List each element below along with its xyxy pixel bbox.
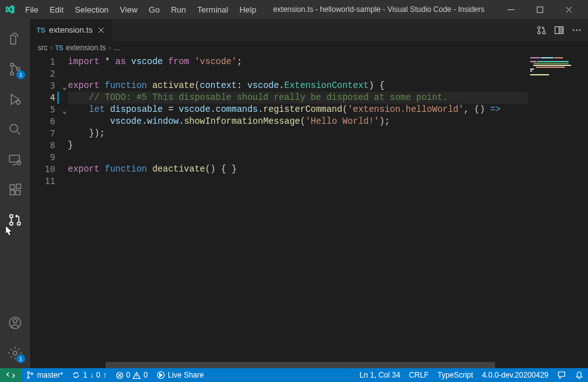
menu-help[interactable]: Help bbox=[234, 3, 261, 17]
menu-run[interactable]: Run bbox=[166, 3, 191, 17]
feedback-icon[interactable] bbox=[553, 368, 570, 382]
line-number: 11 bbox=[30, 175, 68, 187]
settings-gear-icon[interactable]: 1 bbox=[0, 338, 30, 368]
line-number: 4 bbox=[30, 92, 68, 104]
vscode-insiders-logo-icon bbox=[5, 4, 15, 14]
tab-label: extension.ts bbox=[49, 25, 92, 35]
scrollbar-thumb[interactable] bbox=[106, 362, 495, 368]
maximize-button[interactable] bbox=[525, 0, 554, 19]
svg-rect-11 bbox=[16, 190, 20, 195]
line-number: 6 bbox=[30, 116, 68, 128]
svg-point-2 bbox=[11, 63, 14, 67]
compare-changes-icon[interactable] bbox=[536, 25, 547, 35]
svg-rect-1 bbox=[537, 7, 543, 13]
status-bar: master* 1↓ 0↑ 0 0 Live Share Ln 1, Col 3… bbox=[0, 368, 588, 382]
svg-point-18 bbox=[13, 351, 17, 355]
remote-indicator[interactable] bbox=[0, 368, 21, 382]
run-debug-icon[interactable] bbox=[0, 84, 30, 114]
menu-go[interactable]: Go bbox=[144, 3, 165, 17]
svg-point-5 bbox=[16, 101, 20, 104]
code-line[interactable]: // TODO: #5 This disposable should reall… bbox=[68, 92, 528, 104]
chevron-right-icon: › bbox=[50, 43, 53, 52]
line-number: 3⌄ bbox=[30, 80, 68, 92]
typescript-version-status[interactable]: 4.0.0-dev.20200429 bbox=[477, 368, 553, 382]
search-icon[interactable] bbox=[0, 114, 30, 145]
menu-bar: FileEditSelectionViewGoRunTerminalHelp bbox=[20, 3, 261, 17]
svg-point-8 bbox=[17, 161, 21, 165]
line-number: 10 bbox=[30, 163, 68, 175]
svg-point-28 bbox=[28, 377, 30, 379]
live-share-status[interactable]: Live Share bbox=[152, 368, 208, 382]
horizontal-scrollbar[interactable] bbox=[68, 362, 528, 368]
svg-rect-0 bbox=[508, 9, 514, 10]
settings-badge: 1 bbox=[16, 354, 25, 363]
source-control-icon[interactable]: 1 bbox=[0, 54, 30, 84]
error-count: 0 bbox=[126, 371, 131, 379]
svg-point-6 bbox=[10, 124, 18, 132]
cursor-position-status[interactable]: Ln 1, Col 34 bbox=[355, 368, 405, 382]
problems-status[interactable]: 0 0 bbox=[111, 368, 152, 382]
code-line[interactable]: } bbox=[68, 139, 528, 151]
split-editor-icon[interactable] bbox=[554, 25, 564, 35]
code-line[interactable]: import * as vscode from 'vscode'; bbox=[68, 56, 528, 68]
svg-point-25 bbox=[576, 29, 577, 30]
close-button[interactable] bbox=[554, 0, 583, 19]
git-sync-status[interactable]: 1↓ 0↑ bbox=[67, 368, 111, 382]
chevron-right-icon: › bbox=[109, 43, 111, 52]
code-line[interactable]: export function deactivate() { } bbox=[68, 163, 528, 175]
code-line[interactable] bbox=[68, 68, 528, 80]
line-number: 7 bbox=[30, 128, 68, 139]
svg-point-19 bbox=[538, 26, 540, 29]
activity-bar: 1 1 bbox=[0, 19, 30, 368]
code-editor[interactable]: 123⌄45⌄67891011 import * as vscode from … bbox=[30, 55, 588, 368]
explorer-icon[interactable] bbox=[0, 24, 30, 54]
svg-point-13 bbox=[10, 215, 13, 218]
code-line[interactable] bbox=[68, 151, 528, 163]
breadcrumb-symbol[interactable]: ... bbox=[114, 43, 120, 52]
menu-terminal[interactable]: Terminal bbox=[192, 3, 233, 17]
git-branch-status[interactable]: master* bbox=[21, 368, 67, 382]
line-number: 2 bbox=[30, 68, 68, 80]
window-controls bbox=[496, 0, 583, 19]
language-mode-status[interactable]: TypeScript bbox=[433, 368, 477, 382]
svg-point-24 bbox=[573, 29, 574, 30]
scm-badge: 1 bbox=[16, 70, 25, 79]
minimap-content bbox=[530, 57, 585, 76]
menu-selection[interactable]: Selection bbox=[70, 3, 113, 17]
code-line[interactable]: vscode.window.showInformationMessage('He… bbox=[68, 116, 528, 128]
typescript-file-icon: TS bbox=[55, 45, 63, 52]
minimize-button[interactable] bbox=[496, 0, 525, 19]
eol-status[interactable]: CRLF bbox=[405, 368, 433, 382]
editor-area: TS extension.ts src › TS extension.ts › … bbox=[30, 19, 588, 368]
branch-name: master* bbox=[37, 371, 63, 379]
gutter: 123⌄45⌄67891011 bbox=[30, 55, 68, 368]
svg-rect-12 bbox=[16, 184, 21, 188]
svg-rect-10 bbox=[10, 190, 14, 195]
close-icon[interactable] bbox=[96, 25, 106, 35]
menu-file[interactable]: File bbox=[20, 3, 43, 17]
tab-extension-ts[interactable]: TS extension.ts bbox=[30, 19, 113, 41]
line-number: 1 bbox=[30, 56, 68, 68]
github-pr-icon[interactable] bbox=[0, 205, 30, 235]
window-title: extension.ts - helloworld-sample - Visua… bbox=[261, 5, 496, 14]
svg-point-15 bbox=[18, 222, 21, 226]
code-line[interactable]: export function activate(context: vscode… bbox=[68, 80, 528, 92]
extensions-icon[interactable] bbox=[0, 175, 30, 205]
code-content[interactable]: import * as vscode from 'vscode';export … bbox=[68, 55, 528, 368]
breadcrumbs[interactable]: src › TS extension.ts › ... bbox=[30, 41, 588, 55]
minimap[interactable] bbox=[528, 55, 588, 368]
breadcrumb-file[interactable]: extension.ts bbox=[66, 43, 106, 52]
code-line[interactable]: }); bbox=[68, 128, 528, 139]
svg-point-17 bbox=[13, 319, 17, 323]
title-bar: FileEditSelectionViewGoRunTerminalHelp e… bbox=[0, 0, 588, 19]
remote-explorer-icon[interactable] bbox=[0, 145, 30, 175]
accounts-icon[interactable] bbox=[0, 308, 30, 338]
breadcrumb-folder[interactable]: src bbox=[38, 43, 48, 52]
more-actions-icon[interactable] bbox=[572, 25, 582, 35]
notifications-icon[interactable] bbox=[570, 368, 588, 382]
code-line[interactable]: let disposable = vscode.commands.registe… bbox=[68, 104, 528, 116]
menu-edit[interactable]: Edit bbox=[45, 3, 68, 17]
code-line[interactable] bbox=[68, 175, 528, 187]
svg-point-26 bbox=[579, 29, 580, 30]
menu-view[interactable]: View bbox=[115, 3, 143, 17]
